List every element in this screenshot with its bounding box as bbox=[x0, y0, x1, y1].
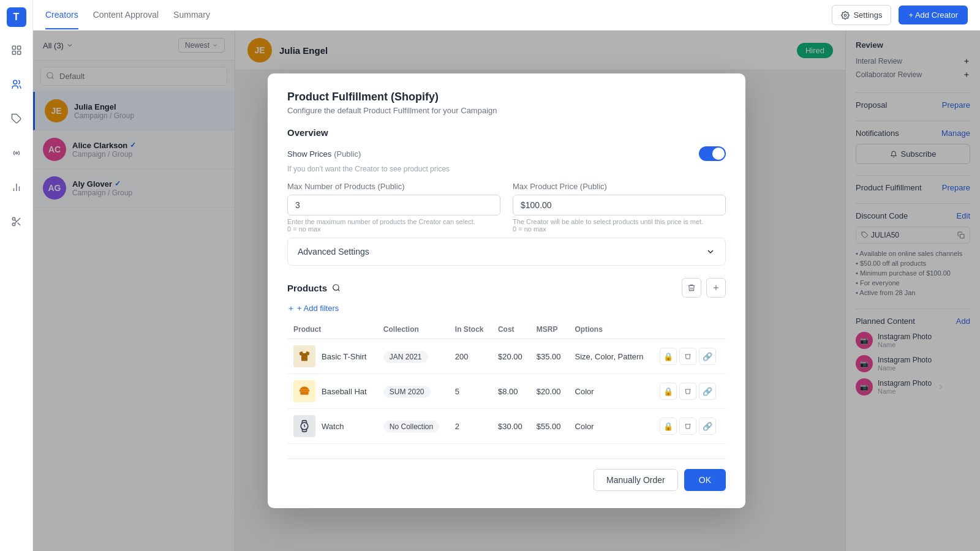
svg-point-11 bbox=[12, 223, 15, 226]
product-name-tshirt: Basic T-Shirt bbox=[322, 352, 366, 361]
collection-badge-hat: SUM 2020 bbox=[383, 386, 431, 398]
cost-tshirt: $20.00 bbox=[492, 339, 530, 374]
sidebar: T bbox=[0, 0, 33, 551]
svg-line-13 bbox=[17, 223, 20, 225]
svg-rect-2 bbox=[12, 51, 15, 54]
in-stock-watch: 2 bbox=[449, 409, 492, 444]
max-price-label: Max Product Price (Public) bbox=[513, 182, 726, 191]
settings-button[interactable]: Settings bbox=[832, 5, 891, 25]
product-cell-tshirt: Basic T-Shirt bbox=[293, 345, 371, 367]
product-cell-hat: Baseball Hat bbox=[293, 380, 371, 402]
show-prices-toggle[interactable] bbox=[699, 146, 726, 161]
lock-button-tshirt[interactable]: 🔒 bbox=[660, 348, 677, 365]
tab-summary[interactable]: Summary bbox=[173, 1, 210, 29]
max-price-hint: The Creator will be able to select produ… bbox=[513, 218, 726, 233]
main-content: Creators Content Approval Summary Settin… bbox=[33, 0, 980, 551]
delete-button-watch[interactable] bbox=[679, 418, 696, 435]
overview-section-title: Overview bbox=[287, 127, 726, 138]
sidebar-icon-tags[interactable] bbox=[6, 108, 28, 130]
sidebar-icon-radio[interactable] bbox=[6, 142, 28, 164]
col-product: Product bbox=[287, 320, 377, 339]
col-actions bbox=[654, 320, 726, 339]
advanced-settings-section[interactable]: Advanced Settings bbox=[287, 238, 726, 266]
table-row-tshirt: Basic T-Shirt JAN 2021 200 $20.00 $35.00… bbox=[287, 339, 726, 374]
products-table: Product Collection In Stock Cost MSRP Op… bbox=[287, 320, 726, 444]
sidebar-icon-pages[interactable] bbox=[6, 39, 28, 61]
product-thumb-hat bbox=[293, 380, 315, 402]
products-delete-button[interactable] bbox=[682, 278, 701, 298]
add-creator-button[interactable]: + Add Creator bbox=[899, 6, 968, 24]
product-cell-watch: Watch bbox=[293, 415, 371, 437]
svg-point-15 bbox=[845, 14, 847, 17]
ok-button[interactable]: OK bbox=[684, 469, 726, 491]
svg-rect-0 bbox=[12, 46, 15, 49]
collection-badge-watch: No Collection bbox=[383, 421, 439, 433]
svg-rect-1 bbox=[17, 46, 20, 49]
max-products-hint: Enter the maximum number of products the… bbox=[287, 218, 500, 233]
manually-order-button[interactable]: Manually Order bbox=[594, 469, 678, 491]
modal-overlay[interactable]: Product Fulfillment (Shopify) Configure … bbox=[235, 31, 845, 551]
row-actions-tshirt: 🔒 🔗 bbox=[660, 348, 720, 365]
products-add-button[interactable] bbox=[706, 278, 726, 298]
content-area: All (3) Newest JE Julia Engel bbox=[33, 31, 980, 551]
modal-footer: Manually Order OK bbox=[287, 459, 726, 491]
col-collection: Collection bbox=[377, 320, 449, 339]
delete-button-tshirt[interactable] bbox=[679, 348, 696, 365]
msrp-tshirt: $35.00 bbox=[530, 339, 569, 374]
modal-title: Product Fulfillment (Shopify) bbox=[287, 91, 726, 103]
product-fulfillment-modal: Product Fulfillment (Shopify) Configure … bbox=[268, 73, 745, 508]
product-thumb-watch bbox=[293, 415, 315, 437]
add-filters-button[interactable]: + Add filters bbox=[287, 304, 726, 313]
sidebar-icon-creators[interactable] bbox=[6, 73, 28, 96]
max-products-label: Max Number of Products (Public) bbox=[287, 182, 500, 191]
show-prices-hint: If you don't want the Creator to see pro… bbox=[287, 165, 726, 173]
products-header: Products bbox=[287, 278, 726, 298]
max-price-col: Max Product Price (Public) The Creator w… bbox=[513, 182, 726, 233]
edit-button-watch[interactable]: 🔗 bbox=[699, 418, 716, 435]
svg-point-6 bbox=[15, 152, 17, 154]
add-creator-label: + Add Creator bbox=[908, 10, 958, 20]
svg-line-14 bbox=[15, 220, 17, 222]
col-in-stock: In Stock bbox=[449, 320, 492, 339]
product-name-hat: Baseball Hat bbox=[322, 387, 367, 396]
edit-button-tshirt[interactable]: 🔗 bbox=[699, 348, 716, 365]
tab-content-approval[interactable]: Content Approval bbox=[93, 1, 159, 29]
svg-point-4 bbox=[13, 80, 17, 84]
svg-line-19 bbox=[338, 290, 340, 291]
tab-creators[interactable]: Creators bbox=[45, 1, 78, 29]
top-nav-right: Settings + Add Creator bbox=[832, 5, 968, 25]
sidebar-icon-chart[interactable] bbox=[6, 176, 28, 198]
lock-button-hat[interactable]: 🔒 bbox=[660, 383, 677, 400]
options-watch: Color bbox=[569, 409, 654, 444]
lock-button-watch[interactable]: 🔒 bbox=[660, 418, 677, 435]
show-prices-toggle-row: Show Prices (Public) bbox=[287, 146, 726, 161]
in-stock-tshirt: 200 bbox=[449, 339, 492, 374]
product-name-watch: Watch bbox=[322, 422, 344, 431]
nav-tabs: Creators Content Approval Summary bbox=[45, 1, 210, 29]
app-logo: T bbox=[7, 7, 26, 27]
options-tshirt: Size, Color, Pattern bbox=[569, 339, 654, 374]
edit-button-hat[interactable]: 🔗 bbox=[699, 383, 716, 400]
max-price-input[interactable] bbox=[513, 195, 726, 216]
modal-subtitle: Configure the default Product Fulfillmen… bbox=[287, 106, 726, 115]
settings-label: Settings bbox=[853, 10, 882, 20]
watch-icon bbox=[298, 420, 311, 432]
collection-badge-tshirt: JAN 2021 bbox=[383, 351, 428, 363]
products-search-icon[interactable] bbox=[332, 283, 341, 292]
max-products-col: Max Number of Products (Public) Enter th… bbox=[287, 182, 500, 233]
row-actions-watch: 🔒 🔗 bbox=[660, 418, 720, 435]
hat-icon bbox=[298, 385, 311, 397]
max-products-input[interactable] bbox=[287, 195, 500, 216]
show-prices-label: Show Prices (Public) bbox=[287, 149, 361, 159]
row-actions-hat: 🔒 🔗 bbox=[660, 383, 720, 400]
product-thumb-tshirt bbox=[293, 345, 315, 367]
sidebar-icon-scissors[interactable] bbox=[6, 211, 28, 233]
delete-button-hat[interactable] bbox=[679, 383, 696, 400]
col-options: Options bbox=[569, 320, 654, 339]
add-filters-label: + Add filters bbox=[297, 304, 339, 313]
svg-rect-3 bbox=[17, 51, 20, 54]
options-hat: Color bbox=[569, 374, 654, 409]
cost-watch: $30.00 bbox=[492, 409, 530, 444]
svg-rect-24 bbox=[300, 390, 310, 392]
col-cost: Cost bbox=[492, 320, 530, 339]
